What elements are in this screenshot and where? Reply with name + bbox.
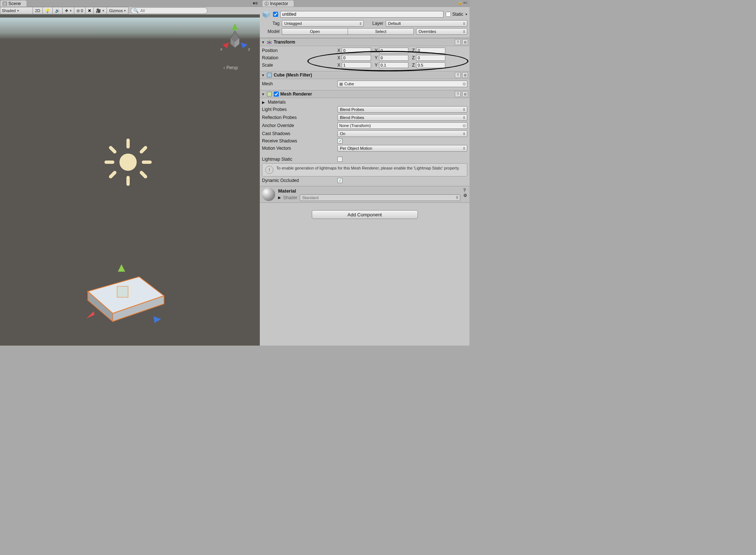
inspector-tab[interactable]: ⓘ Inspector: [262, 0, 294, 7]
rotation-z-input[interactable]: [416, 55, 445, 61]
svg-point-12: [119, 153, 137, 171]
mesh-filter-title: Cube (Mesh Filter): [274, 72, 312, 78]
inspector-tab-label: Inspector: [270, 1, 288, 6]
motion-vectors-label: Motion Vectors: [262, 146, 335, 151]
layers-icon: ❖: [65, 8, 68, 13]
layer-dropdown[interactable]: Default: [386, 20, 468, 27]
svg-marker-3: [232, 23, 238, 30]
material-preview-icon[interactable]: [262, 188, 275, 201]
static-label: Static: [452, 12, 463, 17]
mesh-renderer-icon: [266, 91, 272, 97]
cast-shadows-dropdown[interactable]: On: [337, 130, 467, 137]
scale-y-input[interactable]: [379, 62, 408, 68]
rotation-x-input[interactable]: [342, 55, 371, 61]
camera-mode-label[interactable]: ‹ Persp: [224, 65, 238, 70]
scene-search-input[interactable]: [140, 8, 205, 13]
chevron-down-icon[interactable]: ▾: [465, 12, 467, 16]
orientation-gizmo[interactable]: y z x: [217, 21, 253, 57]
position-y-input[interactable]: [379, 48, 408, 53]
directional-light-gizmo[interactable]: [97, 131, 159, 193]
shader-label: Shader: [283, 195, 297, 200]
component-menu-icon[interactable]: ⚙: [462, 91, 468, 97]
lightmap-info-text: To enable generation of lightmaps for th…: [276, 166, 460, 170]
component-menu-icon[interactable]: ⚙: [462, 39, 468, 45]
model-open-button[interactable]: Open: [282, 28, 348, 35]
inspector-panel: ⓘ Inspector 🔒 ▾≡ Static▾ Tag Untagged La…: [260, 0, 469, 346]
reflection-probes-label: Reflection Probes: [262, 115, 335, 120]
help-icon[interactable]: ?: [455, 72, 461, 78]
chevron-left-icon: ‹: [224, 65, 225, 70]
hidden-objects[interactable]: ⊘0: [74, 7, 86, 14]
overrides-dropdown[interactable]: Overrides: [416, 28, 467, 35]
rotation-y-input[interactable]: [379, 55, 408, 61]
fx-dropdown[interactable]: ❖: [63, 7, 74, 14]
receive-shadows-checkbox[interactable]: ✓: [337, 138, 343, 144]
gameobject-name-input[interactable]: [280, 11, 444, 18]
scale-z-input[interactable]: [416, 62, 445, 68]
foldout-icon[interactable]: ▼: [261, 73, 265, 77]
model-select-button[interactable]: Select: [348, 28, 414, 35]
static-checkbox[interactable]: [446, 12, 451, 17]
dynamic-occluded-checkbox[interactable]: ✓: [337, 178, 343, 183]
foldout-icon[interactable]: ▼: [261, 40, 265, 44]
foldout-icon[interactable]: ▶: [262, 100, 266, 104]
receive-shadows-label: Receive Shadows: [262, 138, 335, 144]
scale-x-input[interactable]: [342, 62, 371, 68]
tag-label: Tag: [262, 21, 280, 26]
anchor-override-label: Anchor Override: [262, 123, 335, 128]
svg-marker-5: [241, 42, 247, 48]
model-label: Model: [262, 29, 280, 34]
shading-dropdown[interactable]: Shaded: [0, 7, 33, 14]
scene-icon: [3, 1, 7, 6]
scene-search[interactable]: 🔍: [131, 7, 207, 14]
scene-toolbar: Shaded 2D 💡 🔊 ❖ ⊘0 ✖ 🎥 Gizmos 🔍: [0, 7, 260, 15]
add-component-button[interactable]: Add Component: [312, 210, 418, 219]
mesh-filter-icon: [266, 72, 272, 78]
audio-toggle[interactable]: 🔊: [53, 7, 63, 14]
help-icon[interactable]: ?: [455, 39, 461, 45]
motion-vectors-dropdown[interactable]: Per Object Motion: [337, 145, 467, 152]
component-menu-icon[interactable]: ⚙: [462, 72, 468, 78]
lightmap-info-box: ! To enable generation of lightmaps for …: [262, 163, 467, 176]
shader-dropdown[interactable]: Standard: [300, 194, 460, 201]
scene-panel: Scene ▾≡ Shaded 2D 💡 🔊 ❖ ⊘0 ✖ 🎥 Gizmos 🔍: [0, 0, 260, 346]
camera-dropdown[interactable]: 🎥: [94, 7, 107, 14]
component-menu-icon[interactable]: ⚙: [463, 193, 467, 198]
gameobject-icon[interactable]: [262, 10, 271, 19]
svg-rect-27: [117, 286, 128, 297]
tag-dropdown[interactable]: Untagged: [282, 20, 364, 27]
inspector-lock-icon[interactable]: 🔒 ▾≡: [458, 1, 467, 5]
warning-icon: !: [265, 166, 273, 174]
gizmos-dropdown[interactable]: Gizmos: [107, 7, 128, 14]
svg-rect-14: [126, 176, 130, 186]
help-icon[interactable]: ?: [455, 91, 461, 97]
tools-toggle[interactable]: ✖: [86, 7, 94, 14]
anchor-override-field[interactable]: None (Transform): [337, 122, 467, 129]
inspector-header: Static▾ Tag Untagged Layer Default Model…: [260, 7, 469, 38]
lightmap-static-checkbox[interactable]: [337, 157, 343, 162]
transform-icon: [266, 39, 272, 45]
foldout-icon[interactable]: ▼: [261, 92, 265, 96]
mesh-renderer-enabled-checkbox[interactable]: [274, 92, 279, 97]
light-bulb-icon: 💡: [45, 8, 50, 13]
light-probes-dropdown[interactable]: Blend Probes: [337, 106, 467, 113]
mesh-field[interactable]: ▦Cube: [337, 81, 467, 87]
scene-cube[interactable]: [73, 255, 176, 335]
panel-menu-icon[interactable]: ▾≡: [253, 1, 258, 6]
lighting-toggle[interactable]: 💡: [43, 7, 53, 14]
hidden-count: 0: [81, 8, 83, 13]
btn-2d[interactable]: 2D: [33, 7, 43, 14]
lightmap-static-label: Lightmap Static: [262, 157, 335, 162]
foldout-icon[interactable]: ▶: [278, 195, 281, 200]
position-x-input[interactable]: [342, 48, 371, 53]
scene-viewport[interactable]: y z x ‹ Persp: [0, 18, 260, 346]
transform-title: Transform: [274, 40, 295, 45]
scene-tab[interactable]: Scene: [0, 0, 27, 7]
position-label: Position: [262, 48, 335, 53]
position-z-input[interactable]: [416, 48, 445, 53]
mesh-renderer-component: ▼ Mesh Renderer ?⚙ ▶Materials Light Prob…: [260, 90, 469, 186]
help-icon[interactable]: ?: [463, 188, 467, 193]
reflection-probes-dropdown[interactable]: Blend Probes: [337, 114, 467, 121]
svg-text:x: x: [220, 47, 222, 51]
gameobject-enabled-checkbox[interactable]: [273, 12, 278, 17]
